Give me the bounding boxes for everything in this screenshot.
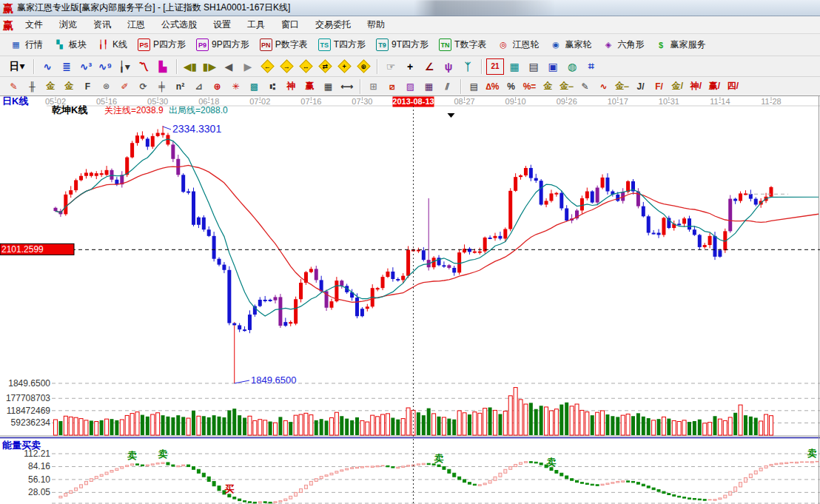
tool-numbered-grid[interactable]: ▦ [320, 79, 337, 94]
menu-item-0[interactable]: 文件 [17, 16, 51, 33]
tool-red-fan[interactable]: ⧄ [383, 79, 400, 94]
tool-bar-pair[interactable]: ⑆ [264, 79, 281, 94]
tool-shen-angle[interactable]: 神/ [688, 79, 705, 94]
tool-web-data-tool[interactable]: ◍ [563, 58, 581, 75]
tool-go-prev[interactable]: ◀ [220, 58, 238, 75]
tool-hatch-lines[interactable]: ⫽ [439, 79, 456, 94]
tool-angle-ruler[interactable]: ⊿ [190, 79, 207, 94]
tool-zoom-full[interactable]: ⊕ [354, 58, 372, 75]
tool-pan-right[interactable]: → [278, 58, 295, 75]
volume-bar-up [570, 406, 574, 435]
menu-item-4[interactable]: 公式选股 [153, 16, 205, 33]
menu-item-8[interactable]: 交易委托 [307, 16, 359, 33]
toolbar-button-9p-square[interactable]: P99P四方形 [191, 36, 255, 53]
tool-volume-profile[interactable]: ▙ [154, 58, 172, 75]
tool-pan-left[interactable]: ← [258, 58, 276, 75]
toolbar-button-hexagon[interactable]: ◈六角形 [596, 36, 649, 53]
tool-cycle-circle[interactable]: ⟳ [135, 79, 152, 94]
tool-wave-9[interactable]: ∿⁹ [96, 58, 114, 75]
menu-item-2[interactable]: 资讯 [85, 16, 119, 33]
tool-period-day-select[interactable]: 日▾ [5, 58, 29, 75]
tool-notes-tool[interactable]: ▤ [525, 58, 542, 75]
tool-f-angle[interactable]: F/ [651, 79, 668, 94]
toolbar-button-quotes[interactable]: ▦行情 [4, 36, 48, 53]
tool-gold-ratio-2[interactable]: 金 [61, 79, 78, 94]
oscillator-candle [64, 494, 67, 497]
tool-dark-grid[interactable]: ▦ [420, 79, 437, 94]
tool-wave-channel[interactable]: ∿ [595, 79, 612, 94]
tool-dynamic-trend[interactable]: ∿ [38, 58, 56, 75]
toolbar-button-p-square[interactable]: PSP四方形 [132, 36, 191, 53]
toolbar-button-kline[interactable]: ╽╿K线 [92, 36, 132, 53]
toolbar-button-winner-wheel[interactable]: ◉赢家轮 [544, 36, 596, 53]
tool-grid-window[interactable]: ⊞ [365, 79, 382, 94]
menu-item-7[interactable]: 窗口 [273, 16, 307, 33]
tool-save-tool[interactable]: ▣ [544, 58, 562, 75]
tool-calendar-tool[interactable]: 21 [486, 58, 504, 75]
tool-ying-angle[interactable]: 赢/ [706, 79, 723, 94]
tool-gold-line[interactable]: 金⎯ [558, 79, 575, 94]
tool-gann-circle[interactable]: ⊕ [209, 79, 226, 94]
tool-angle-tool[interactable]: ∠ [420, 58, 438, 75]
tool-calculator-tool[interactable]: ▦ [505, 58, 523, 75]
tool-width-measure[interactable]: ⟷ [338, 79, 355, 94]
chart-area[interactable]: 05-0205-1605-3006-1807-0207-1607-302013-… [0, 96, 820, 504]
tool-info-panel[interactable]: ≣ [58, 58, 75, 75]
tool-remote-tool[interactable]: ⌗ [582, 58, 600, 75]
tool-net-tool[interactable]: ᛉ [459, 58, 477, 75]
tool-j-angle[interactable]: J/ [632, 79, 649, 94]
toolbar-button-t-number-table[interactable]: TNT数字表 [434, 36, 491, 53]
toolbar-button-sectors[interactable]: ▚板块 [48, 36, 92, 53]
tool-gold-channel[interactable]: 金⎯ [614, 79, 631, 94]
tool-fork-tool[interactable]: ψ [440, 58, 457, 75]
tool-plain-ruler[interactable]: ╪ [153, 79, 170, 94]
tool-si-angle[interactable]: 四/ [725, 79, 742, 94]
tool-gann-star[interactable]: ✳ [227, 79, 244, 94]
tool-pencil-tool[interactable]: ✎ [5, 79, 22, 94]
tool-go-last[interactable]: ▮▶ [201, 58, 218, 75]
toolbar-button-t-square[interactable]: TST四方形 [313, 36, 371, 53]
tool-hand-tool[interactable]: ☞ [382, 58, 400, 75]
tool-zoom-out-x[interactable]: ↔ [297, 58, 315, 75]
tool-wave-3[interactable]: ∿³ [77, 58, 95, 75]
tool-gann-grid[interactable]: ▩ [246, 79, 263, 94]
tool-zoom-in[interactable]: + [335, 58, 353, 75]
tool-qiankun-kline[interactable]: 〽 [135, 58, 152, 75]
tool-ying-ruler[interactable]: 赢 [301, 79, 318, 94]
volume-bar-up [601, 411, 605, 435]
tool-brush-candle[interactable]: ✎ [577, 79, 594, 94]
tool-percent[interactable]: % [503, 79, 520, 94]
tool-ruler-ticks[interactable]: ╫ [24, 79, 41, 94]
toolbar-button-gann-wheel[interactable]: ◎江恩轮 [491, 36, 544, 53]
candle-body [79, 176, 83, 181]
kline-chart-svg[interactable]: 05-0205-1605-3006-1807-0207-1607-302013-… [0, 96, 820, 504]
tool-go-next[interactable]: ▶ [239, 58, 257, 75]
tool-crosshair-tool[interactable]: + [401, 58, 419, 75]
volume-bar-down [754, 417, 758, 435]
tool-marker-pen[interactable]: ✐ [116, 79, 133, 94]
tool-gold-ratio-1[interactable]: 金 [42, 79, 59, 94]
tool-shen-ruler[interactable]: 神 [283, 79, 300, 94]
menu-item-5[interactable]: 设置 [205, 16, 239, 33]
tool-spiral-tool[interactable]: ⌾ [98, 79, 115, 94]
tool-purple-grid[interactable]: ▨ [402, 79, 419, 94]
volume-bar-down [667, 419, 671, 435]
menu-item-9[interactable]: 帮助 [359, 16, 393, 33]
toolbar-button-winner-service[interactable]: $赢家服务 [649, 36, 710, 53]
tool-go-first[interactable]: ◀▮ [181, 58, 199, 75]
tool-percent-slope[interactable]: ∆% [484, 79, 501, 94]
menu-item-1[interactable]: 浏览 [51, 16, 85, 33]
menu-item-3[interactable]: 江恩 [119, 16, 153, 33]
tool-price-table[interactable]: ▤ [466, 79, 483, 94]
tool-gold-angle[interactable]: 金/ [669, 79, 686, 94]
tool-gold-circle[interactable]: 金 [540, 79, 557, 94]
title-bar[interactable]: 赢 赢家江恩专业版[赢家内部服务平台] - [上证指数 SH1A0001-167… [0, 0, 820, 16]
toolbar-button-p-number-table[interactable]: PNP数字表 [255, 36, 313, 53]
menu-item-6[interactable]: 工具 [239, 16, 273, 33]
tool-n-squared[interactable]: n² [172, 79, 189, 94]
tool-percent-lines[interactable]: %= [521, 79, 538, 94]
toolbar-button-9t-square[interactable]: T99T四方形 [371, 36, 434, 53]
tool-zoom-in-x[interactable]: ⇄ [316, 58, 334, 75]
tool-fibonacci-ruler[interactable]: F [79, 79, 96, 94]
tool-candle-style-select[interactable]: ╽▾ [115, 58, 133, 75]
